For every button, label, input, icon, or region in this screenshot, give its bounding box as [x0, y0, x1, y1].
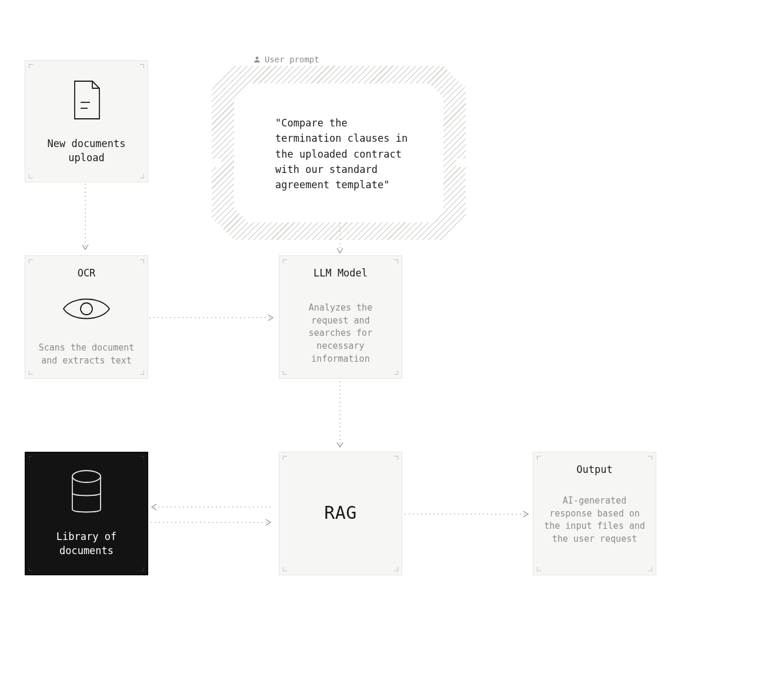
user-icon — [253, 55, 261, 64]
prompt-text: "Compare the termination clauses in the … — [275, 115, 408, 193]
node-rag: RAG — [279, 452, 402, 575]
ocr-subtitle: Scans the document and extracts text — [34, 342, 139, 368]
diagram-canvas: User prompt "Compare the termination cla… — [0, 0, 781, 700]
document-icon — [70, 79, 103, 124]
upload-title: New documents upload — [34, 137, 139, 165]
rag-title: RAG — [324, 502, 357, 523]
database-icon — [68, 469, 105, 520]
svg-point-7 — [256, 56, 259, 59]
node-ocr: OCR Scans the document and extracts text — [25, 255, 148, 379]
user-prompt: "Compare the termination clauses in the … — [212, 66, 466, 240]
eye-icon — [60, 292, 113, 328]
node-upload: New documents upload — [25, 60, 148, 182]
output-subtitle: AI-generated response based on the input… — [542, 495, 648, 546]
llm-subtitle: Analyzes the request and searches for ne… — [288, 302, 393, 366]
ocr-title: OCR — [78, 266, 96, 281]
prompt-label: User prompt — [253, 55, 319, 64]
svg-point-10 — [81, 303, 92, 315]
node-library: Library of documents — [25, 452, 148, 575]
node-output: Output AI-generated response based on th… — [533, 452, 656, 575]
library-title: Library of documents — [34, 530, 139, 558]
output-title: Output — [576, 463, 612, 477]
prompt-label-text: User prompt — [265, 55, 319, 64]
prompt-inner: "Compare the termination clauses in the … — [234, 84, 443, 222]
node-llm: LLM Model Analyzes the request and searc… — [279, 255, 402, 379]
svg-point-11 — [72, 471, 101, 482]
llm-title: LLM Model — [313, 266, 368, 281]
